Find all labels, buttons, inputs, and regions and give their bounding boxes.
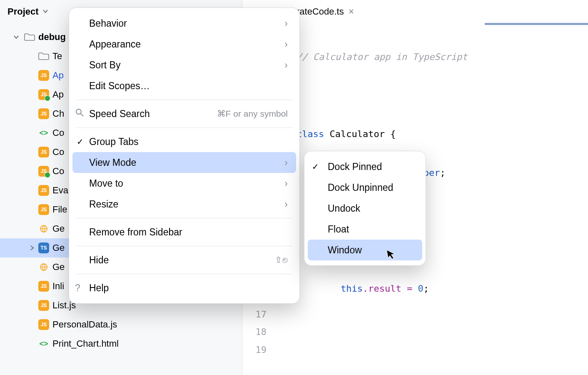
- chevron-right-icon: ›: [284, 60, 288, 71]
- http-file-icon: [38, 223, 49, 234]
- editor-tab[interactable]: rateCode.ts ✕: [296, 0, 354, 23]
- menu-separator: [76, 100, 293, 100]
- chevron-right-icon: [29, 245, 35, 250]
- menu-separator: [76, 274, 293, 274]
- menu-item-speed-search[interactable]: Speed Search ⌘F or any symbol: [69, 103, 299, 124]
- menu-item-resize[interactable]: Resize ›: [69, 194, 299, 215]
- sidebar-title: Project: [7, 6, 39, 17]
- menu-label: Move to: [89, 178, 123, 189]
- menu-separator: [76, 128, 293, 128]
- tree-label: Inli: [52, 281, 64, 292]
- menu-label: Appearance: [89, 39, 141, 50]
- menu-label: Behavior: [89, 18, 127, 29]
- chevron-right-icon: ›: [284, 178, 288, 189]
- tree-label: File: [52, 204, 67, 215]
- js-file-icon: JS: [38, 281, 49, 292]
- view-mode-submenu: ✓ Dock Pinned Dock Unpinned Undock Float…: [304, 151, 426, 266]
- code-number: 0: [418, 283, 423, 294]
- chevron-right-icon: ›: [284, 199, 288, 210]
- line-number: 17: [242, 306, 274, 324]
- tree-label: Print_Chart.html: [52, 338, 119, 349]
- js-file-icon: JS: [38, 147, 49, 158]
- menu-item-undock[interactable]: Undock: [304, 198, 426, 219]
- line-number: 19: [242, 341, 274, 359]
- menu-label: Help: [89, 282, 109, 294]
- js-file-icon: JS: [38, 319, 49, 330]
- code-comment: // Calculator app in TypeScript: [296, 52, 468, 62]
- help-icon: ?: [75, 282, 80, 294]
- menu-label: View Mode: [89, 157, 136, 168]
- chevron-down-icon: [42, 6, 49, 17]
- folder-icon: [38, 52, 49, 60]
- menu-label: Remove from Sidebar: [89, 227, 182, 238]
- menu-label: Float: [328, 224, 349, 235]
- menu-label: Undock: [328, 203, 360, 214]
- menu-label: Sort By: [89, 60, 120, 71]
- ts-file-icon: TS: [38, 242, 49, 253]
- line-number: 18: [242, 323, 274, 341]
- js-file-icon: JS: [38, 70, 49, 81]
- tree-label: Co: [52, 166, 64, 177]
- menu-label: Hide: [89, 255, 109, 266]
- menu-item-dock-pinned[interactable]: ✓ Dock Pinned: [304, 156, 426, 177]
- menu-item-hide[interactable]: Hide ⇧⎋: [69, 250, 299, 270]
- code-text: ;: [424, 283, 429, 294]
- tree-label: Ge: [52, 223, 65, 234]
- menu-separator: [76, 218, 293, 218]
- tree-label: Ch: [52, 108, 64, 119]
- tab-label: rateCode.ts: [296, 6, 344, 17]
- html-file-icon: <>: [38, 128, 49, 138]
- tree-label: Ap: [52, 89, 64, 100]
- menu-label: Window: [328, 245, 362, 256]
- menu-shortcut: ⌘F or any symbol: [217, 109, 288, 119]
- tree-label: Eva: [52, 185, 68, 196]
- menu-shortcut: ⇧⎋: [275, 255, 288, 265]
- html-file-icon: <>: [38, 338, 49, 349]
- code-text: Calculator {: [324, 129, 396, 139]
- tree-label: Ap: [52, 70, 64, 81]
- tree-item[interactable]: JS PersonalData.js: [0, 315, 242, 334]
- menu-item-appearance[interactable]: Appearance ›: [69, 34, 299, 55]
- menu-item-float[interactable]: Float: [304, 219, 426, 240]
- js-file-icon: JS: [38, 300, 49, 311]
- menu-separator: [76, 246, 293, 246]
- menu-item-view-mode[interactable]: View Mode ›: [72, 152, 296, 173]
- menu-item-help[interactable]: ? Help: [69, 278, 299, 298]
- code-text: ;: [440, 168, 445, 178]
- check-icon: ✓: [312, 162, 319, 172]
- js-test-file-icon: JS: [38, 89, 49, 100]
- chevron-right-icon: ›: [284, 157, 288, 168]
- menu-item-move-to[interactable]: Move to ›: [69, 173, 299, 194]
- code-keyword: class: [296, 129, 324, 139]
- tree-label: debug: [38, 32, 66, 42]
- tab-active-indicator: [485, 23, 588, 25]
- chevron-down-icon: [13, 34, 19, 40]
- js-file-icon: JS: [38, 185, 49, 196]
- menu-item-group-tabs[interactable]: ✓ Group Tabs: [69, 131, 299, 152]
- tree-label: Ge: [52, 242, 65, 253]
- menu-item-remove-from-sidebar[interactable]: Remove from Sidebar: [69, 222, 299, 242]
- tree-label: Te: [52, 51, 62, 62]
- js-file-icon: JS: [38, 108, 49, 119]
- search-icon: [75, 108, 84, 120]
- menu-label: Dock Unpinned: [328, 182, 393, 193]
- menu-item-window[interactable]: Window: [308, 240, 422, 260]
- close-icon[interactable]: ✕: [348, 7, 354, 16]
- menu-item-sort-by[interactable]: Sort By ›: [69, 55, 299, 75]
- tree-item[interactable]: <> Print_Chart.html: [0, 334, 242, 353]
- menu-label: Speed Search: [89, 108, 150, 120]
- tree-label: PersonalData.js: [52, 319, 117, 330]
- menu-item-dock-unpinned[interactable]: Dock Unpinned: [304, 177, 426, 198]
- svg-line-3: [81, 114, 83, 116]
- context-menu: Behavior › Appearance › Sort By › Edit S…: [69, 8, 300, 304]
- menu-label: Group Tabs: [89, 136, 138, 148]
- menu-item-edit-scopes[interactable]: Edit Scopes…: [69, 75, 299, 96]
- menu-item-behavior[interactable]: Behavior ›: [69, 13, 299, 34]
- menu-label: Dock Pinned: [328, 161, 382, 172]
- folder-icon: [24, 33, 35, 41]
- js-test-file-icon: JS: [38, 166, 49, 177]
- tree-label: Co: [52, 128, 64, 138]
- svg-point-2: [76, 109, 81, 114]
- chevron-right-icon: ›: [284, 18, 288, 29]
- tree-label: Co: [52, 147, 64, 158]
